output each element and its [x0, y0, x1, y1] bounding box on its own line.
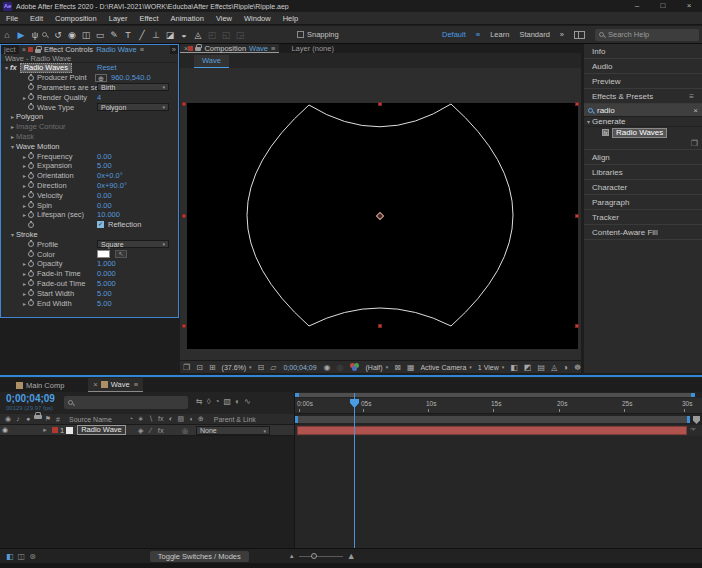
effect-row-spin[interactable]: ▸Spin0.00 [1, 200, 178, 210]
menu-file[interactable]: File [0, 14, 24, 23]
panel-preview[interactable]: Preview [584, 74, 702, 89]
menu-layer[interactable]: Layer [103, 14, 134, 23]
type-tool[interactable]: T [121, 30, 135, 40]
frame-blend-switch-icon[interactable]: ▧ [177, 415, 185, 423]
timeline-button-icon[interactable]: ▤ [537, 363, 545, 372]
zoom-slider-track[interactable] [299, 556, 343, 557]
timeline-body-right[interactable] [295, 436, 702, 548]
audio-column-icon[interactable]: ♪ [14, 415, 22, 423]
layer-handle-bottom-right[interactable] [575, 324, 579, 328]
effect-row-start-width[interactable]: ▸Start Width5.00 [1, 288, 178, 298]
brush-tool[interactable]: ╱ [135, 30, 149, 40]
point-target-icon[interactable]: ⊕ [95, 74, 107, 82]
group-expander-icon[interactable]: ▾ [587, 118, 590, 125]
roto-brush-tool[interactable]: ◒ [177, 30, 191, 40]
parameter-value[interactable]: 0.00 [97, 152, 112, 161]
color-swatch[interactable] [97, 250, 110, 258]
stopwatch-icon[interactable] [28, 280, 34, 286]
effect-row-render-quality[interactable]: ▸Render Quality4 [1, 92, 178, 102]
effects-list-item-radio-waves[interactable]: fx Radio Waves [584, 127, 702, 138]
effect-row-stroke[interactable]: ▾Stroke [1, 230, 178, 240]
panel-tracker[interactable]: Tracker [584, 210, 702, 225]
tab-effect-controls[interactable]: × Effect Controls Radio Wave ≡ [19, 45, 170, 54]
stopwatch-icon[interactable] [28, 173, 34, 179]
parameter-value[interactable]: 10.000 [97, 210, 120, 219]
effect-row-wave-motion[interactable]: ▾Wave Motion [1, 141, 178, 151]
effect-row-fade-out-time[interactable]: ▸Fade-out Time5.000 [1, 279, 178, 289]
parameter-value[interactable]: 5.00 [97, 289, 112, 298]
effect-row-polygon[interactable]: ▸Polygon [1, 112, 178, 122]
stopwatch-icon[interactable] [28, 84, 34, 90]
video-column-icon[interactable]: ◉ [4, 415, 12, 423]
layer-name[interactable]: Radio Wave [77, 425, 126, 435]
menu-help[interactable]: Help [277, 14, 304, 23]
effect-expander-icon[interactable]: ▾ [3, 64, 10, 71]
expand-transfer-controls-icon[interactable]: ◫ [18, 552, 26, 561]
workspace-default[interactable]: Default [442, 30, 466, 39]
snapping-toggle[interactable]: Snapping [297, 30, 339, 39]
motion-blur-switch-icon[interactable]: ◐ [167, 415, 175, 423]
effect-row-end-width[interactable]: ▸End Width5.00 [1, 298, 178, 308]
tab-overflow-icon[interactable]: » [170, 45, 178, 54]
ruler-tick-30s[interactable]: 30s [682, 400, 692, 407]
effect-row-orientation[interactable]: ▸Orientation0x+0.0° [1, 171, 178, 181]
panel-character[interactable]: Character [584, 180, 702, 195]
workspace-learn[interactable]: Learn [490, 30, 509, 39]
parameter-dropdown[interactable]: Birth▾ [97, 83, 169, 91]
menu-animation[interactable]: Animation [165, 14, 210, 23]
stopwatch-icon[interactable] [28, 261, 34, 267]
parameter-value[interactable]: 5.00 [97, 299, 112, 308]
row-expander-icon[interactable]: ▸ [21, 270, 28, 277]
ruler-tick-000s[interactable]: 0:00s [297, 400, 313, 407]
menu-edit[interactable]: Edit [24, 14, 49, 23]
column-ruler-divider[interactable] [294, 392, 295, 548]
parameter-value[interactable]: 0.00 [97, 191, 112, 200]
exposure-gear-icon[interactable]: ☸ [574, 363, 581, 372]
effect-row-mask[interactable]: ▸Mask [1, 132, 178, 142]
layer-handle-mid-left[interactable] [182, 214, 186, 218]
primary-viewer-icon[interactable]: ⊡ [196, 363, 203, 372]
row-expander-icon[interactable]: ▸ [21, 290, 28, 297]
draft-3d-icon[interactable]: ◊ [207, 397, 211, 406]
selection-tool[interactable]: ▶ [14, 30, 28, 40]
layer-handle-bottom-left[interactable] [182, 324, 186, 328]
stopwatch-icon[interactable] [28, 153, 34, 159]
resolution-dropdown[interactable]: (Half)▾ [366, 364, 389, 371]
workspace-standard[interactable]: Standard [519, 30, 549, 39]
layer-expander-icon[interactable]: ▸ [41, 426, 49, 434]
timeline-zoom-control[interactable]: ▲ ▲ [289, 551, 356, 561]
stopwatch-icon[interactable] [28, 163, 34, 169]
snapshot-camera-icon[interactable]: ◉ [324, 363, 331, 372]
layer-handle-mid-right[interactable] [575, 214, 579, 218]
zoom-tool[interactable] [42, 32, 47, 37]
clone-stamp-tool[interactable]: ⊥ [149, 30, 163, 40]
effect-row-opacity[interactable]: ▸Opacity1.000 [1, 259, 178, 269]
menu-view[interactable]: View [210, 14, 238, 23]
workspace-overflow-icon[interactable]: » [560, 30, 564, 39]
group-expander-icon[interactable]: ▸ [9, 123, 16, 130]
stopwatch-icon[interactable] [28, 290, 34, 296]
stopwatch-icon[interactable] [28, 182, 34, 188]
effect-row-parameters-are-set-at[interactable]: Parameters are set atBirth▾ [1, 83, 178, 93]
parameter-value[interactable]: 4 [97, 93, 101, 102]
parameter-value[interactable]: 0x+90.0° [97, 181, 127, 190]
always-preview-icon[interactable]: ❐ [183, 363, 190, 372]
layer-row-radio-wave[interactable]: ◉ ▸ 1 Radio Wave ◈∕fx ◎ None ▾ [0, 425, 294, 436]
help-search-field[interactable]: Search Help [595, 29, 699, 41]
parameter-value[interactable]: 960.0,540.0 [111, 73, 151, 82]
source-name-header[interactable]: Source Name [69, 416, 112, 423]
effect-row-fade-in-time[interactable]: ▸Fade-in Time0.000 [1, 269, 178, 279]
hand-icon[interactable]: ☞ [690, 426, 696, 434]
parameter-value[interactable]: 0.000 [97, 269, 116, 278]
close-tab-icon[interactable]: × [22, 45, 26, 54]
quality-switch-icon[interactable]: ∖ [147, 415, 155, 423]
ruler-tick-25s[interactable]: 25s [622, 400, 632, 407]
group-expander-icon[interactable]: ▾ [9, 231, 16, 238]
panel-menu-icon[interactable]: ≡ [134, 380, 138, 389]
safe-guides-icon[interactable]: ⊟ [258, 363, 265, 372]
region-of-interest-icon[interactable]: ⊠ [394, 363, 401, 372]
project-tab-partial[interactable]: ject [1, 45, 19, 54]
group-expander-icon[interactable]: ▸ [9, 133, 16, 140]
zoom-slider-knob[interactable] [311, 553, 317, 559]
effects-group-generate[interactable]: ▾ Generate [584, 117, 702, 127]
